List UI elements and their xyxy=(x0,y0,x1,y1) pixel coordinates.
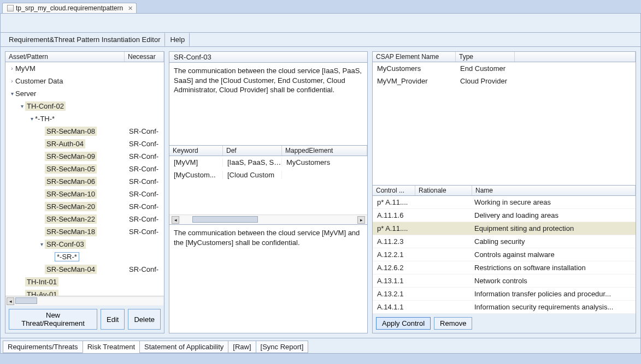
new-threat-button[interactable]: New Threat/Requirement xyxy=(9,309,97,330)
edit-button[interactable]: Edit xyxy=(101,309,125,330)
controls-table: Control ... Rationale Name p* A.11....Wo… xyxy=(373,186,636,333)
close-tab-icon[interactable]: ✕ xyxy=(128,5,133,12)
tree-item[interactable]: SR-SecMan-06SR-Conf- xyxy=(5,175,164,188)
tree-label: SR-SecMan-18 xyxy=(45,227,97,236)
csap-row[interactable]: MyCustomersEnd Customer xyxy=(373,62,636,75)
toolbar-strip xyxy=(0,13,641,33)
control-row[interactable]: A.14.1.1Information security requirement… xyxy=(373,301,636,314)
control-row[interactable]: p* A.11....Equipment siting and protecti… xyxy=(373,222,636,235)
csap-rows[interactable]: MyCustomersEnd CustomerMyVM_ProviderClou… xyxy=(373,62,636,185)
cell: Equipment siting and protection xyxy=(472,224,636,232)
tree-item[interactable]: *-SR-* xyxy=(5,250,164,263)
cell: A.11.2.3 xyxy=(373,237,415,246)
cell: A.12.6.2 xyxy=(373,264,415,272)
controls-buttons: Apply Control Remove xyxy=(373,314,636,333)
tree-item[interactable]: SR-Auth-04SR-Conf- xyxy=(5,138,164,150)
tree-item[interactable]: SR-SecMan-04SR-Conf- xyxy=(5,263,164,276)
control-row[interactable]: A.12.6.2Restrictions on software install… xyxy=(373,261,636,275)
detail-title: SR-Conf-03 xyxy=(169,52,367,63)
tree-label: *-TH-* xyxy=(35,115,55,123)
scroll-track[interactable] xyxy=(181,216,355,224)
detail-panel: SR-Conf-03 The communication between the… xyxy=(169,51,368,333)
delete-button[interactable]: Delete xyxy=(128,309,161,330)
tree-item[interactable]: ▾TH-Conf-02 xyxy=(5,100,164,112)
scroll-right-icon[interactable]: ▸ xyxy=(357,216,365,224)
editor-tab[interactable]: tp_srp_my_cloud.requirementpattern ✕ xyxy=(2,3,137,13)
control-row[interactable]: A.11.1.6Delivery and loading areas xyxy=(373,209,636,222)
tree-item[interactable]: TH-Int-01 xyxy=(5,276,164,288)
expander-icon[interactable]: ▾ xyxy=(19,103,25,109)
apply-control-button[interactable]: Apply Control xyxy=(376,317,431,330)
menu-editor[interactable]: Requirement&Threat Pattern Instantiation… xyxy=(4,33,165,46)
cell: Network controls xyxy=(472,277,636,285)
control-row[interactable]: A.11.2.3Cabling security xyxy=(373,235,636,248)
col-necessary[interactable]: Necessar xyxy=(125,52,164,62)
col-def[interactable]: Def xyxy=(223,146,282,156)
tree-buttons: New Threat/Requirement Edit Delete xyxy=(5,306,164,333)
tree-item[interactable]: SR-SecMan-18SR-Conf- xyxy=(5,225,164,238)
col-keyword[interactable]: Keyword xyxy=(169,146,223,156)
tree-item[interactable]: SR-SecMan-22SR-Conf- xyxy=(5,213,164,225)
keyword-row[interactable]: [MyVM][IaaS, PaaS, SaaMyCustomers xyxy=(169,156,367,169)
workspace: Asset/Pattern Necessar ›MyVM›Customer Da… xyxy=(0,47,641,338)
col-control[interactable]: Control ... xyxy=(373,186,415,195)
tree-value: SR-Conf- xyxy=(125,165,158,173)
bottom-tab[interactable]: Requirements/Threats xyxy=(3,341,83,353)
expander-icon[interactable]: › xyxy=(9,78,15,84)
control-row[interactable]: A.13.1.1Network controls xyxy=(373,275,636,288)
tree-label: SR-SecMan-10 xyxy=(45,189,97,199)
keyword-row[interactable]: [MyCustom...[Cloud Custom xyxy=(169,169,367,181)
col-mapped[interactable]: MappedElement xyxy=(282,146,367,156)
tree-item[interactable]: ▾*-TH-* xyxy=(5,112,164,125)
tree-value: SR-Conf- xyxy=(125,228,158,236)
tree-value: SR-Conf- xyxy=(125,140,158,148)
tree-label: TH-Int-01 xyxy=(25,277,58,287)
cell: Cloud Provider xyxy=(456,77,636,85)
tree-item[interactable]: SR-SecMan-05SR-Conf- xyxy=(5,163,164,175)
tree-item[interactable]: ›MyVM xyxy=(5,62,164,75)
control-row[interactable]: A.13.2.1Information transfer policies an… xyxy=(373,288,636,301)
cell: Information transfer policies and proced… xyxy=(472,290,636,298)
tree-item[interactable]: ›Customer Data xyxy=(5,75,164,87)
cell: [Cloud Custom xyxy=(223,171,282,179)
tree-item[interactable]: ▾Server xyxy=(5,87,164,100)
expander-icon[interactable]: ▾ xyxy=(28,116,35,122)
controls-rows[interactable]: p* A.11....Working in secure areasA.11.1… xyxy=(373,196,636,314)
col-csap-type[interactable]: Type xyxy=(456,52,515,62)
bottom-tab[interactable]: [Raw] xyxy=(228,341,256,353)
scroll-track[interactable] xyxy=(15,297,163,305)
tree-label: SR-SecMan-09 xyxy=(45,152,97,161)
remove-control-button[interactable]: Remove xyxy=(434,317,472,330)
tree-item[interactable]: SR-SecMan-09SR-Conf- xyxy=(5,150,164,163)
scroll-thumb[interactable] xyxy=(192,216,258,223)
tree-item[interactable]: SR-SecMan-08SR-Conf- xyxy=(5,125,164,138)
bottom-tab[interactable]: Statement of Applicability xyxy=(139,341,228,353)
bottom-tab[interactable]: Risk Treatment xyxy=(83,341,140,353)
col-name[interactable]: Name xyxy=(472,186,636,195)
keyword-hscroll[interactable]: ◂ ▸ xyxy=(169,214,367,224)
col-csap-name[interactable]: CSAP Element Name xyxy=(373,52,456,62)
col-rationale[interactable]: Rationale xyxy=(415,186,472,195)
control-row[interactable]: p* A.11....Working in secure areas xyxy=(373,196,636,209)
tree-item[interactable]: ▾SR-Conf-03 xyxy=(5,238,164,250)
expander-icon[interactable]: › xyxy=(9,65,15,71)
asset-tree[interactable]: ›MyVM›Customer Data▾Server▾TH-Conf-02▾*-… xyxy=(5,62,164,296)
scroll-left-icon[interactable]: ◂ xyxy=(172,216,179,224)
cell: A.13.2.1 xyxy=(373,290,415,298)
bottom-tab[interactable]: [Sync Report] xyxy=(256,341,309,353)
tree-item[interactable]: SR-SecMan-20SR-Conf- xyxy=(5,200,164,213)
tree-item[interactable]: TH-Av-01 xyxy=(5,288,164,296)
keyword-rows[interactable]: [MyVM][IaaS, PaaS, SaaMyCustomers[MyCust… xyxy=(169,156,367,214)
keyword-header: Keyword Def MappedElement xyxy=(169,146,367,156)
expander-icon[interactable]: ▾ xyxy=(9,91,15,97)
tree-hscroll[interactable]: ◂ xyxy=(5,296,164,306)
expander-icon[interactable]: ▾ xyxy=(38,241,45,247)
scroll-thumb[interactable] xyxy=(15,297,37,304)
control-row[interactable]: A.12.2.1Controls against malware xyxy=(373,248,636,261)
tree-item[interactable]: SR-SecMan-10SR-Conf- xyxy=(5,188,164,200)
menu-help[interactable]: Help xyxy=(165,33,190,46)
col-asset-pattern[interactable]: Asset/Pattern xyxy=(5,52,125,62)
scroll-left-icon[interactable]: ◂ xyxy=(7,297,14,305)
cell: Working in secure areas xyxy=(472,198,636,206)
csap-row[interactable]: MyVM_ProviderCloud Provider xyxy=(373,75,636,87)
